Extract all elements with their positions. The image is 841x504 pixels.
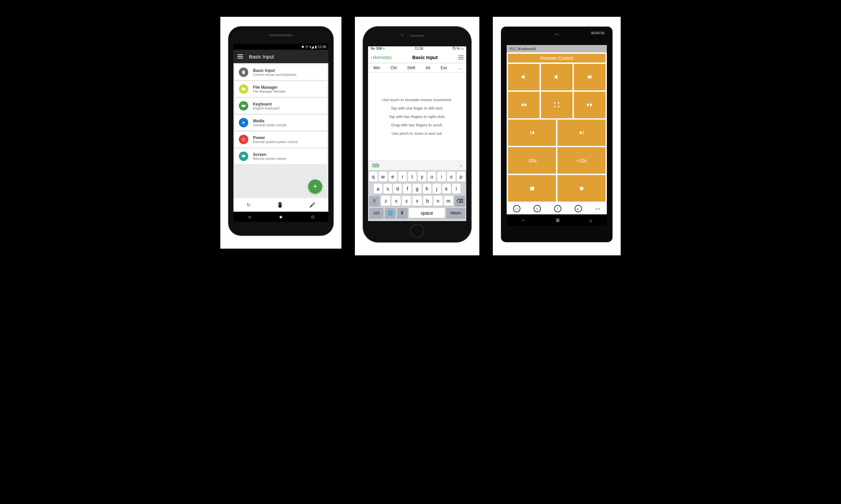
folder-icon: [239, 84, 248, 94]
shift-key[interactable]: ⇧: [369, 196, 380, 206]
page-title: Basic Input: [412, 55, 437, 60]
key[interactable]: w: [379, 172, 387, 182]
hint-text: Tap with two fingers to right-click.: [389, 114, 446, 119]
key[interactable]: o: [447, 172, 456, 182]
hamburger-menu-icon[interactable]: [238, 54, 243, 58]
nav-recent-icon[interactable]: ◻: [311, 215, 314, 219]
mod-key[interactable]: Win: [373, 66, 380, 70]
key[interactable]: a: [374, 184, 382, 194]
add-fab-button[interactable]: +: [308, 179, 322, 194]
home-button[interactable]: [410, 224, 424, 238]
text-icon[interactable]: I: [554, 205, 562, 212]
signal-icon: ▾◢: [309, 45, 314, 49]
list-item[interactable]: File ManagerFile Manager Remote.: [235, 81, 327, 97]
hint-text: Use pinch to zoom in and out.: [392, 131, 443, 136]
space-key[interactable]: space: [409, 208, 445, 218]
key[interactable]: j: [433, 184, 441, 194]
keyboard-icon: [239, 101, 248, 110]
key[interactable]: c: [402, 196, 411, 206]
nav-back-icon[interactable]: ←: [521, 217, 526, 223]
monitor-icon[interactable]: ▭: [513, 205, 520, 212]
vibrate-icon[interactable]: 📳: [277, 202, 283, 208]
mouse-icon: [239, 68, 248, 77]
stop-button[interactable]: [508, 175, 556, 202]
keyboard-toggle-icon[interactable]: ⌨: [372, 163, 379, 169]
nav-search-icon[interactable]: ⌕: [589, 217, 592, 223]
list-item[interactable]: Basic InputControl mouse and keyboard.: [235, 65, 327, 80]
key[interactable]: d: [393, 184, 402, 194]
list-item[interactable]: MediaGeneral media remote.: [235, 115, 327, 130]
nav-home-icon[interactable]: ◉: [279, 215, 282, 219]
music-note-icon[interactable]: ♪: [460, 163, 463, 168]
return-key[interactable]: return: [446, 208, 465, 218]
key[interactable]: u: [428, 172, 436, 182]
key[interactable]: p: [457, 172, 465, 182]
fullscreen-button[interactable]: [541, 92, 572, 118]
key[interactable]: m: [444, 196, 453, 206]
volume-down-button[interactable]: [508, 64, 539, 90]
forward-button[interactable]: [574, 92, 605, 118]
back-button[interactable]: ‹Remotes: [371, 55, 392, 60]
key[interactable]: l: [452, 184, 461, 194]
play-circle-icon[interactable]: ▸: [574, 205, 582, 212]
refresh-icon[interactable]: ↻: [246, 202, 251, 208]
list-item[interactable]: PowerRemote system power control.: [235, 132, 327, 147]
svg-rect-0: [242, 105, 245, 107]
key[interactable]: v: [412, 196, 422, 206]
seek-forward-button[interactable]: +10s: [557, 147, 605, 174]
touchpad-area[interactable]: Use touch to simulate mouse movement: Ta…: [368, 73, 466, 161]
key[interactable]: k: [442, 184, 451, 194]
item-title: Keyboard: [253, 102, 279, 107]
android-nav-bar: ◁ ◉ ◻: [234, 212, 328, 222]
mod-key[interactable]: Ctrl: [391, 66, 397, 70]
globe-key[interactable]: 🌐: [385, 208, 396, 218]
key[interactable]: r: [398, 172, 407, 182]
ios-keyboard: qwertyuiop asdfghjkl ⇧zxcvbnm⌫ 123 🌐 🎙 s…: [368, 170, 466, 221]
key[interactable]: e: [389, 172, 397, 182]
key[interactable]: n: [434, 196, 443, 206]
key[interactable]: q: [369, 172, 377, 182]
mic-icon[interactable]: 🎤: [309, 202, 315, 208]
num-key[interactable]: 123: [369, 208, 383, 218]
mute-button[interactable]: [541, 64, 572, 90]
ios-status-bar: No SIM ᯤ 11:50 75 % ▭: [368, 47, 466, 52]
volume-up-button[interactable]: [574, 64, 605, 90]
key[interactable]: s: [383, 184, 392, 194]
mod-key-more[interactable]: ...: [458, 66, 461, 70]
next-button[interactable]: [557, 120, 605, 146]
key[interactable]: y: [418, 172, 426, 182]
seek-back-button[interactable]: -10s: [508, 147, 556, 174]
key[interactable]: t: [408, 172, 416, 182]
key[interactable]: f: [403, 184, 411, 194]
pixel-frame: ✱ ⏱ ▾◢ ▮ 11:55 Basic Input Basic InputCo…: [229, 27, 333, 235]
windows-nav-bar: ← ⊞ ⌕: [507, 214, 607, 226]
mod-key[interactable]: Alt: [426, 66, 430, 70]
camera: [401, 34, 404, 36]
nav-back-icon[interactable]: ◁: [248, 215, 251, 219]
nokia-frame: NOKIA VLC (Keyboard) Remote Control -10s…: [501, 27, 612, 242]
mod-key[interactable]: Shift: [407, 66, 415, 70]
list-item[interactable]: ScreenRemote screen viewer: [235, 148, 327, 164]
item-sub: File Manager Remote.: [253, 90, 286, 93]
key[interactable]: g: [413, 184, 421, 194]
screen-icon: [239, 151, 248, 161]
android-status-bar: ✱ ⏱ ▾◢ ▮ 11:55: [234, 44, 328, 50]
more-icon[interactable]: ⋯: [595, 205, 600, 212]
play-button[interactable]: [557, 175, 605, 202]
key[interactable]: b: [423, 196, 432, 206]
key[interactable]: i: [437, 172, 446, 182]
previous-button[interactable]: [508, 120, 556, 146]
key[interactable]: h: [423, 184, 431, 194]
key[interactable]: x: [392, 196, 401, 206]
cursor-icon[interactable]: ↖: [534, 205, 541, 212]
bluetooth-icon: ✱: [302, 45, 304, 49]
key[interactable]: z: [381, 196, 390, 206]
windows-panel: NOKIA VLC (Keyboard) Remote Control -10s…: [493, 17, 621, 255]
nav-windows-icon[interactable]: ⊞: [556, 217, 560, 223]
mic-key[interactable]: 🎙: [397, 208, 408, 218]
list-item[interactable]: KeyboardEnglish Keyboard: [235, 98, 327, 113]
rewind-button[interactable]: [508, 92, 539, 118]
mod-key[interactable]: Esc: [441, 66, 447, 70]
backspace-key[interactable]: ⌫: [454, 196, 465, 206]
menu-icon[interactable]: [458, 55, 464, 59]
